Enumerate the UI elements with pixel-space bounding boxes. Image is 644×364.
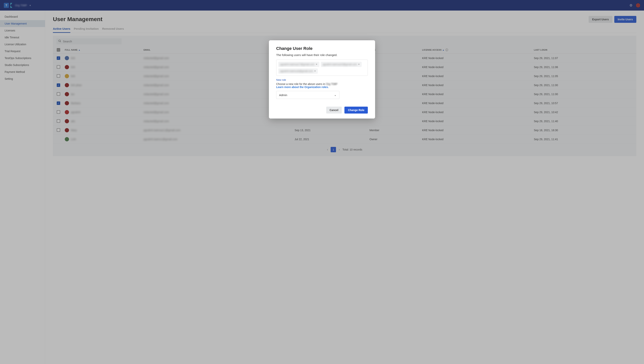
new-role-label: New role [276,79,368,81]
user-chip: pgralinh.katmsa10@gmail.com✕ [321,62,362,67]
chip-remove-icon[interactable]: ✕ [314,70,316,72]
selected-users-box: pgralinh.katmsa17@gmail.com✕pgralinh.kat… [276,60,368,76]
user-chip: pgralinh.katmsub@gmail.com✕ [278,69,318,74]
user-chip: pgralinh.katmsa17@gmail.com✕ [278,62,319,67]
modal-overlay[interactable]: Change User Role The following users wil… [0,0,644,364]
learn-roles-link[interactable]: Learn more about the Organization roles. [276,86,329,89]
chip-email: pgralinh.katmsub@gmail.com [280,70,313,73]
cancel-button[interactable]: Cancel [326,107,342,114]
chip-email: pgralinh.katmsa10@gmail.com [323,63,357,66]
modal-subtitle: The following users will have their role… [276,53,368,57]
role-select-value: Admin [279,93,287,97]
chevron-down-icon: ⌄ [334,93,336,97]
change-role-modal: Change User Role The following users wil… [269,40,375,119]
chip-email: pgralinh.katmsa17@gmail.com [280,63,314,66]
choose-role-text: Choose a new role for the above users in… [276,83,368,89]
chip-remove-icon[interactable]: ✕ [316,63,318,66]
modal-title: Change User Role [276,46,368,51]
chip-remove-icon[interactable]: ✕ [358,63,360,66]
role-select[interactable]: Admin ⌄ [276,91,340,99]
change-role-button[interactable]: Change Role [344,107,368,114]
